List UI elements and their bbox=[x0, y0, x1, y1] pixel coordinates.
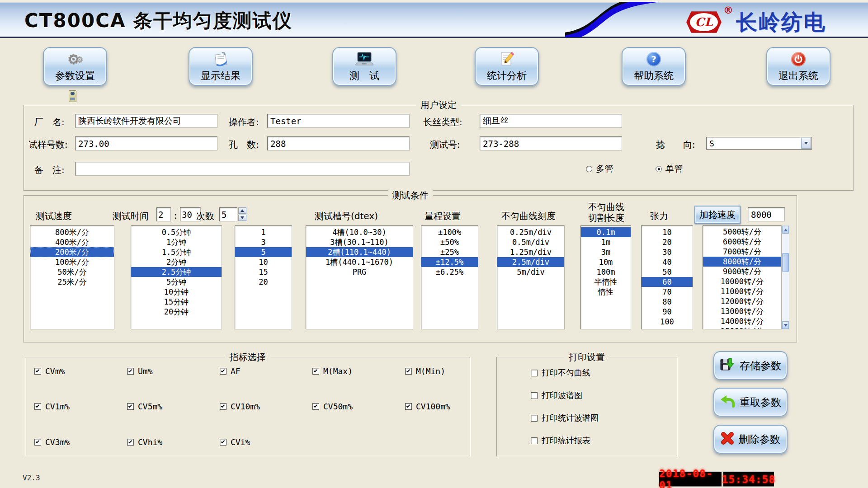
list-option[interactable]: 5m/div bbox=[497, 267, 564, 277]
scrollbar-thumb[interactable] bbox=[782, 253, 789, 272]
spinner-up-icon[interactable] bbox=[238, 207, 246, 214]
list-option[interactable]: 11000转/分 bbox=[703, 286, 781, 296]
list-option[interactable]: 2分钟 bbox=[131, 257, 222, 267]
checkbox-item[interactable]: 打印统计波谱图 bbox=[531, 413, 599, 423]
list-option[interactable]: ±25% bbox=[421, 247, 478, 257]
params-settings-button[interactable]: ⚙⚙ 参数设置 bbox=[43, 47, 107, 86]
scroll-down-icon[interactable] bbox=[782, 321, 789, 329]
list-option[interactable]: 10m bbox=[581, 257, 631, 267]
list-option[interactable]: 0.5分钟 bbox=[131, 227, 222, 237]
scale-listbox[interactable]: 0.25m/div0.5m/div1.25m/div2.5m/div5m/div bbox=[497, 225, 565, 329]
show-results-button[interactable]: 显示结果 bbox=[189, 47, 253, 86]
radio-button-icon[interactable] bbox=[656, 166, 662, 172]
factory-input[interactable] bbox=[75, 114, 217, 128]
checkbox-checked-icon[interactable] bbox=[312, 403, 319, 410]
list-option[interactable]: 70 bbox=[642, 287, 693, 297]
list-option[interactable]: 5分钟 bbox=[131, 277, 222, 287]
checkbox-checked-icon[interactable] bbox=[405, 403, 412, 410]
checkbox-item[interactable]: CV5m% bbox=[127, 402, 220, 411]
count-input[interactable] bbox=[219, 207, 237, 221]
list-option[interactable]: 0.5m/div bbox=[497, 237, 564, 247]
list-option[interactable]: 14000转/分 bbox=[703, 316, 781, 326]
checkbox-item[interactable]: CV50m% bbox=[312, 402, 405, 411]
list-option[interactable]: 3 bbox=[235, 237, 292, 247]
list-option[interactable]: 15000转/分 bbox=[703, 326, 781, 329]
checkbox-item[interactable]: CV100m% bbox=[405, 402, 498, 411]
list-option[interactable]: 1.25m/div bbox=[497, 247, 564, 257]
checkbox-item[interactable]: 打印波谱图 bbox=[531, 390, 599, 401]
statistics-button[interactable]: 统计分析 bbox=[475, 47, 539, 86]
checkbox-item[interactable]: 打印不匀曲线 bbox=[531, 367, 599, 378]
list-option[interactable]: 400米/分 bbox=[30, 237, 114, 247]
list-option[interactable]: 6000转/分 bbox=[703, 237, 781, 247]
radio-multi-tube[interactable]: 多管 bbox=[586, 163, 613, 175]
list-option[interactable]: 10 bbox=[642, 227, 693, 237]
twist-speed-input[interactable] bbox=[748, 207, 785, 221]
filament-type-input[interactable] bbox=[480, 114, 622, 128]
checkbox-unchecked-icon[interactable] bbox=[531, 370, 538, 376]
tension-listbox[interactable]: 102030405060708090100 bbox=[641, 225, 693, 329]
list-option[interactable]: 30 bbox=[642, 247, 693, 257]
list-option[interactable]: 60 bbox=[642, 277, 693, 287]
list-option[interactable]: 10分钟 bbox=[131, 287, 222, 297]
list-option[interactable]: 3槽(30.1~110) bbox=[306, 237, 413, 247]
list-option[interactable]: 1分钟 bbox=[131, 237, 222, 247]
checkbox-checked-icon[interactable] bbox=[34, 368, 41, 375]
help-button[interactable]: ? 帮助系统 bbox=[622, 47, 686, 86]
holes-input[interactable] bbox=[267, 136, 410, 150]
twist-speed-scrollbar[interactable] bbox=[782, 225, 789, 329]
list-option[interactable]: 0.25m/div bbox=[497, 227, 564, 237]
list-option[interactable]: 80 bbox=[642, 297, 693, 307]
list-option[interactable]: 5000转/分 bbox=[703, 227, 781, 237]
checkbox-item[interactable]: CVhi% bbox=[127, 437, 220, 447]
operator-input[interactable] bbox=[267, 114, 410, 128]
sample-count-input[interactable] bbox=[75, 136, 217, 150]
checkbox-unchecked-icon[interactable] bbox=[531, 392, 538, 399]
list-option[interactable]: 100m bbox=[581, 267, 631, 277]
list-option[interactable]: 1槽(440.1~1670) bbox=[306, 257, 413, 267]
list-option[interactable]: 1m bbox=[581, 237, 631, 247]
list-option[interactable]: 5 bbox=[235, 247, 292, 257]
checkbox-checked-icon[interactable] bbox=[312, 368, 319, 375]
save-params-button[interactable]: 存储参数 bbox=[713, 351, 788, 380]
checkbox-checked-icon[interactable] bbox=[127, 439, 134, 446]
count-listbox[interactable]: 135101520 bbox=[235, 225, 292, 329]
list-option[interactable]: 100 bbox=[642, 317, 693, 327]
remark-input[interactable] bbox=[75, 162, 410, 176]
radio-single-tube[interactable]: 单管 bbox=[656, 163, 683, 175]
list-option[interactable]: 20 bbox=[642, 237, 693, 247]
checkbox-item[interactable]: CV3m% bbox=[34, 437, 127, 447]
checkbox-checked-icon[interactable] bbox=[127, 403, 134, 410]
list-option[interactable]: 50 bbox=[642, 267, 693, 277]
checkbox-item[interactable]: M(Max) bbox=[312, 366, 405, 376]
twist-speed-listbox[interactable]: 5000转/分6000转/分7000转/分8000转/分9000转/分10000… bbox=[703, 225, 782, 329]
range-listbox[interactable]: ±100%±50%±25%±12.5%±6.25% bbox=[421, 225, 478, 329]
slot-listbox[interactable]: 4槽(10.0~30)3槽(30.1~110)2槽(110.1~440)1槽(4… bbox=[306, 225, 413, 329]
time-listbox[interactable]: 0.5分钟1分钟1.5分钟2分钟2.5分钟5分钟10分钟15分钟20分钟 bbox=[131, 225, 222, 329]
list-option[interactable]: ±100% bbox=[421, 227, 478, 237]
checkbox-item[interactable]: M(Min) bbox=[405, 366, 498, 376]
spinner-down-icon[interactable] bbox=[238, 215, 246, 221]
chevron-down-icon[interactable] bbox=[801, 138, 811, 149]
twist-speed-button[interactable]: 加捻速度 bbox=[694, 206, 741, 224]
list-option[interactable]: 20分钟 bbox=[131, 307, 222, 317]
radio-button-icon[interactable] bbox=[586, 166, 592, 172]
list-option[interactable]: 50米/分 bbox=[30, 267, 114, 277]
checkbox-item[interactable]: CVi% bbox=[220, 437, 312, 447]
checkbox-item[interactable]: CV1m% bbox=[34, 402, 127, 411]
speed-listbox[interactable]: 800米/分400米/分200米/分100米/分50米/分25米/分 bbox=[30, 225, 114, 329]
checkbox-checked-icon[interactable] bbox=[127, 368, 134, 375]
list-option[interactable]: ±6.25% bbox=[421, 267, 478, 277]
checkbox-checked-icon[interactable] bbox=[34, 403, 41, 410]
list-option[interactable]: 半惰性 bbox=[581, 277, 631, 287]
list-option[interactable]: 4槽(10.0~30) bbox=[306, 227, 413, 237]
checkbox-checked-icon[interactable] bbox=[220, 403, 226, 410]
checkbox-checked-icon[interactable] bbox=[220, 368, 226, 375]
list-option[interactable]: 800米/分 bbox=[30, 227, 114, 237]
list-option[interactable]: 10 bbox=[235, 257, 292, 267]
list-option[interactable]: 15分钟 bbox=[131, 297, 222, 307]
exit-button[interactable]: 退出系统 bbox=[766, 47, 830, 86]
test-button[interactable]: 测 试 bbox=[332, 47, 396, 86]
list-option[interactable]: 20 bbox=[235, 277, 292, 287]
scroll-up-icon[interactable] bbox=[782, 226, 789, 234]
